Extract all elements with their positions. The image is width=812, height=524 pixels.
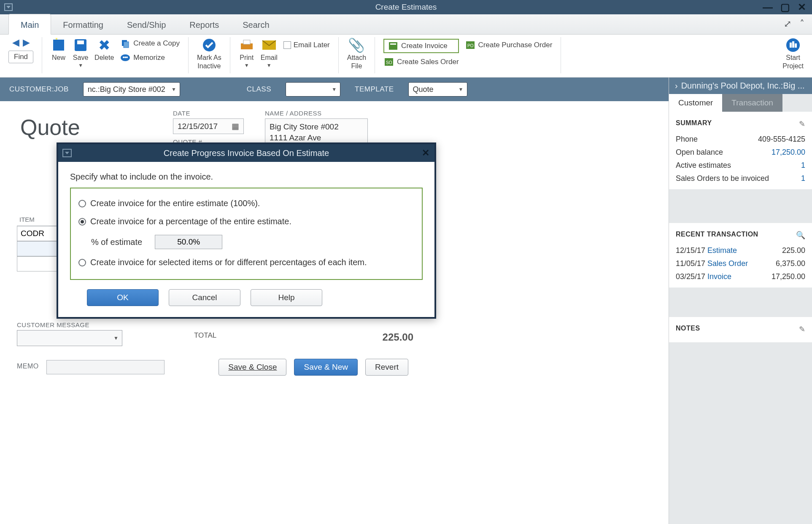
svg-point-7 (123, 56, 124, 58)
minimize-icon[interactable]: — (763, 1, 773, 13)
radio-icon (78, 200, 86, 207)
create-invoice-label: Create Invoice (401, 42, 448, 50)
svg-text:PO: PO (467, 43, 474, 48)
tab-main[interactable]: Main (8, 14, 51, 35)
dialog-close-icon[interactable]: ✕ (422, 148, 429, 159)
check-icon (201, 37, 217, 53)
summary-heading: SUMMARY (676, 119, 805, 127)
recent-date: 03/25/17 (676, 272, 705, 281)
chevron-down-icon: ▼ (459, 86, 464, 92)
option-entire-estimate[interactable]: Create invoice for the entire estimate (… (78, 194, 414, 212)
dialog-menu-icon[interactable] (62, 149, 72, 157)
so-invoiced-value[interactable]: 1 (801, 174, 805, 183)
chevron-down-icon: ▼ (171, 86, 176, 92)
create-copy-button[interactable]: Create a Copy (120, 37, 180, 50)
side-tab-customer[interactable]: Customer (669, 94, 722, 112)
email-dropdown-icon[interactable]: ▼ (267, 62, 272, 68)
print-dropdown-icon[interactable]: ▼ (244, 62, 249, 68)
attach-file-button[interactable]: 📎 Attach File (347, 37, 366, 70)
svg-point-8 (124, 56, 126, 58)
template-select[interactable]: Quote▼ (408, 82, 467, 97)
memorize-button[interactable]: Memorize (120, 51, 180, 64)
edit-summary-icon[interactable]: ✎ (799, 119, 805, 129)
print-button[interactable]: Print ▼ (239, 37, 255, 68)
recent-row[interactable]: 12/15/17 Estimate225.00 (676, 244, 805, 257)
create-sales-order-button[interactable]: SO Create Sales Order (383, 56, 459, 68)
delete-button[interactable]: ✖ Delete (94, 37, 114, 62)
chevron-down-icon: ▼ (332, 86, 337, 92)
start-project-button[interactable]: Start Project (782, 37, 804, 70)
customer-message-label: CUSTOMER MESSAGE (17, 321, 408, 328)
dialog-instruction: Specify what to include on the invoice. (70, 172, 423, 182)
tab-reports[interactable]: Reports (178, 14, 231, 34)
dialog-title: Create Progress Invoice Based On Estimat… (164, 148, 329, 158)
find-label: Find (8, 51, 33, 63)
svg-rect-15 (390, 43, 396, 45)
active-estimates-value[interactable]: 1 (801, 161, 805, 170)
recent-row[interactable]: 11/05/17 Sales Order6,375.00 (676, 257, 805, 270)
save-button[interactable]: Save ▼ (73, 37, 89, 68)
open-balance-value[interactable]: 17,250.00 (772, 148, 805, 157)
expand-icon[interactable]: ⤢ (784, 19, 791, 30)
window-title: Create Estimates (375, 3, 437, 12)
help-button[interactable]: Help (251, 289, 322, 306)
cancel-label: Cancel (192, 293, 217, 302)
recent-row[interactable]: 03/25/17 Invoice17,250.00 (676, 270, 805, 283)
side-tab-transaction[interactable]: Transaction (722, 94, 782, 112)
close-icon[interactable]: ✕ (798, 1, 806, 13)
date-input[interactable]: 12/15/2017 ▦ (173, 118, 244, 134)
invoice-icon (388, 41, 399, 51)
next-arrow-icon[interactable]: ▶ (23, 37, 30, 48)
tab-formatting[interactable]: Formatting (51, 14, 115, 34)
open-balance-label: Open balance (676, 148, 723, 157)
recent-type: Sales Order (707, 259, 748, 268)
class-select[interactable]: ▼ (286, 82, 340, 97)
help-label: Help (278, 293, 294, 302)
create-invoice-button[interactable]: Create Invoice (383, 39, 459, 53)
save-close-button[interactable]: Save & Close (219, 359, 286, 376)
edit-notes-icon[interactable]: ✎ (799, 325, 805, 334)
save-new-button[interactable]: Save & New (294, 359, 358, 376)
option-percentage[interactable]: Create invoice for a percentage of the e… (78, 212, 414, 231)
create-copy-label: Create a Copy (133, 39, 180, 48)
recent-date: 11/05/17 (676, 259, 705, 268)
radio-icon (78, 259, 86, 266)
template-label: TEMPLATE (355, 85, 394, 94)
email-icon (261, 37, 277, 53)
customer-message-select[interactable]: ▼ (17, 330, 122, 346)
tab-search[interactable]: Search (231, 14, 281, 34)
ok-button[interactable]: OK (87, 289, 159, 306)
percent-input[interactable] (155, 235, 222, 249)
window-menu-icon[interactable] (4, 3, 13, 11)
prev-arrow-icon[interactable]: ◀ (12, 37, 19, 48)
side-panel-header[interactable]: › Dunning's Pool Depot, Inc.:Big ... (669, 78, 812, 94)
customer-job-select[interactable]: nc.:Big City Store #002▼ (83, 82, 180, 97)
mark-inactive-button[interactable]: Mark As Inactive (197, 37, 221, 70)
cancel-button[interactable]: Cancel (169, 289, 240, 306)
recent-search-icon[interactable]: 🔍 (796, 231, 805, 240)
paperclip-icon: 📎 (348, 37, 364, 53)
calendar-icon[interactable]: ▦ (232, 121, 239, 131)
revert-button[interactable]: Revert (365, 359, 408, 376)
option-selected-items[interactable]: Create invoice for selected items or for… (78, 253, 414, 271)
memo-input[interactable] (46, 360, 165, 374)
tab-send-ship[interactable]: Send/Ship (115, 14, 178, 34)
percent-label: % of estimate (91, 237, 142, 247)
save-dropdown-icon[interactable]: ▼ (78, 62, 83, 68)
attach-l2: File (351, 62, 362, 70)
new-icon (51, 37, 67, 53)
collapse-ribbon-icon[interactable]: ˄ (800, 19, 804, 30)
maximize-icon[interactable]: ▢ (780, 1, 790, 13)
svg-rect-3 (77, 40, 84, 44)
create-po-button[interactable]: PO Create Purchase Order (465, 39, 553, 51)
svg-rect-14 (389, 42, 397, 50)
find-button[interactable]: ◀▶ Find (8, 37, 33, 63)
class-label: CLASS (247, 85, 271, 94)
email-button[interactable]: Email ▼ (261, 37, 278, 68)
name-address-label: NAME / ADDRESS (265, 110, 368, 117)
total-label: TOTAL (194, 331, 216, 343)
new-button[interactable]: New (51, 37, 67, 62)
email-later-checkbox[interactable]: Email Later (283, 40, 330, 51)
recent-amt: 6,375.00 (776, 259, 805, 268)
ok-label: OK (117, 293, 128, 302)
